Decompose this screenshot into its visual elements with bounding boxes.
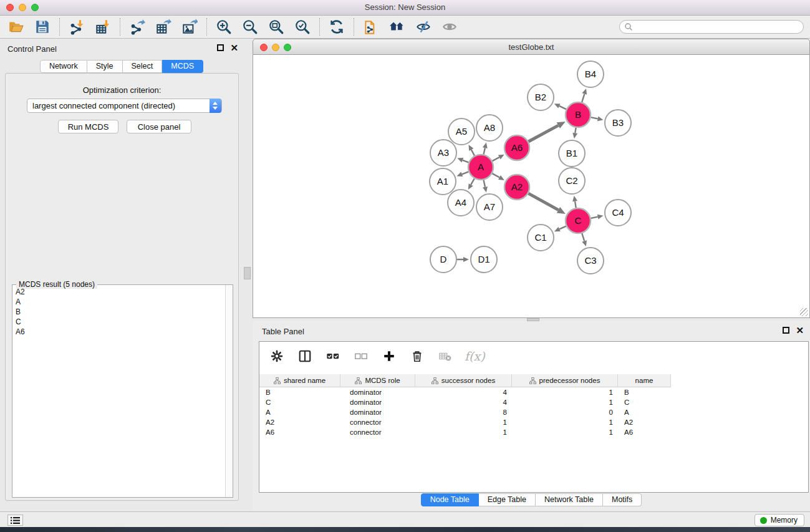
graph-node-label: B3 [612,117,624,128]
search-icon [624,22,633,34]
deselect-all-icon[interactable] [352,347,370,365]
graph-edge-B-B4[interactable] [582,94,584,102]
graph-node-label: A1 [437,176,448,186]
graph-edge-A-A8[interactable] [484,148,485,154]
table-row[interactable]: Cdominator41C [259,397,671,407]
delete-column-icon[interactable] [408,347,426,365]
show-column-panel-icon[interactable] [296,347,314,365]
tab-network-table[interactable]: Network Table [536,493,603,506]
tab-node-table[interactable]: Node Table [421,493,479,506]
graph-edge-A-A2[interactable] [492,173,499,177]
graph-edge-A-A1[interactable] [462,172,468,174]
home-icon[interactable] [388,18,406,36]
resize-grip-icon[interactable] [800,308,808,316]
graph-edge-B-B1[interactable] [575,128,576,133]
graph-edge-A-A5[interactable] [471,150,475,156]
graph-edge-C-C2[interactable] [575,201,576,208]
close-panel-icon[interactable]: ✕ [230,44,238,51]
close-table-panel-icon[interactable]: ✕ [796,327,804,334]
tab-select[interactable]: Select [123,60,163,73]
table-cell: 1 [512,427,618,437]
graph-edge-C-C3[interactable] [582,233,584,241]
table-cell: A [618,407,671,417]
select-all-icon[interactable] [324,347,342,365]
tab-style[interactable]: Style [87,60,123,73]
mcds-result-list: A2ABCA6 [13,287,224,496]
search-input[interactable] [619,20,804,34]
new-network-from-selection-icon[interactable] [362,18,380,36]
network-window-titlebar[interactable]: testGlobe.txt [253,39,810,55]
status-bar: Memory [0,511,810,527]
memory-button[interactable]: Memory [755,514,804,526]
export-network-icon[interactable] [128,18,146,36]
mcds-result-item[interactable]: A [13,297,224,307]
table-panel-title: Table Panel [262,327,304,336]
tab-motifs[interactable]: Motifs [603,493,642,506]
network-view-window: testGlobe.txt B4B2BB3A5A8A6B1A3AC2A1A2A4… [253,39,810,318]
table-cell: connector [340,427,415,437]
zoom-fit-icon[interactable] [268,18,285,36]
column-header-predecessor-nodes[interactable]: predecessor nodes [512,374,618,387]
table-cell: dominator [340,387,415,397]
graph-edge-A-A4[interactable] [471,178,475,185]
zoom-selected-icon[interactable] [294,18,311,36]
control-panel: Control Panel ✕ NetworkStyleSelectMCDS O… [0,39,243,511]
table-row[interactable]: Bdominator41B [259,387,671,397]
hide-graphics-details-icon[interactable] [415,18,432,36]
table-row[interactable]: A6connector11A6 [259,427,671,437]
tab-mcds[interactable]: MCDS [162,60,203,73]
open-session-icon[interactable] [7,18,25,36]
graph-edge-C-C1[interactable] [559,226,566,230]
tab-edge-table[interactable]: Edge Table [479,493,536,506]
add-column-icon[interactable] [380,347,398,365]
run-mcds-button[interactable]: Run MCDS [58,120,118,133]
refresh-view-icon[interactable] [328,18,345,36]
export-table-icon[interactable] [155,18,172,36]
table-cell: A [259,407,340,417]
show-graphics-details-icon[interactable] [441,18,458,36]
column-header-mcds-role[interactable]: MCDS role [340,374,415,387]
import-table-icon[interactable] [94,18,112,36]
table-row[interactable]: A2connector11A2 [259,417,671,427]
save-session-icon[interactable] [34,18,51,36]
graph-edge-A6-B[interactable] [528,125,558,142]
network-canvas[interactable]: B4B2BB3A5A8A6B1A3AC2A1A2A4A7C4CC1C3DD1 [253,55,810,318]
graph-edge-A-A6[interactable] [493,157,499,161]
table-cell: B [259,387,340,397]
zoom-in-icon[interactable] [215,18,233,36]
table-row[interactable]: Adominator80A [259,407,671,417]
graph-edge-B-B3[interactable] [591,117,598,118]
graph-edge-C-C4[interactable] [591,217,598,218]
graph-edge-A-A3[interactable] [463,160,469,163]
export-image-icon[interactable] [181,18,198,36]
graph-arrowhead [572,196,577,202]
column-header-successor-nodes[interactable]: successor nodes [415,374,512,387]
table-cell: dominator [340,407,415,417]
graph-node-label: A4 [455,197,466,208]
column-header-shared-name[interactable]: shared name [259,374,340,387]
task-history-button[interactable] [7,515,23,526]
graph-arrowhead [582,240,587,246]
graph-arrowhead [463,257,469,262]
control-panel-title: Control Panel [7,44,57,54]
mcds-result-item[interactable]: C [13,317,224,327]
table-settings-gear-icon[interactable] [268,347,286,365]
result-scrollbar[interactable] [225,285,233,497]
optimization-criterion-dropdown[interactable]: largest connected component (directed) [27,99,222,113]
graph-edge-B-B2[interactable] [559,106,566,109]
graph-edge-A2-C[interactable] [528,193,558,210]
table-cell: 1 [512,387,618,397]
mcds-result-item[interactable]: B [13,307,224,317]
graph-edge-A-A7[interactable] [483,180,485,187]
table-cell: 1 [512,397,618,407]
close-panel-button[interactable]: Close panel [127,120,191,133]
tab-network[interactable]: Network [40,60,87,73]
column-header-name[interactable]: name [618,374,671,387]
zoom-out-icon[interactable] [241,18,259,36]
mcds-result-item[interactable]: A2 [13,287,224,297]
mcds-result-item[interactable]: A6 [13,327,224,337]
float-panel-icon[interactable] [217,44,224,51]
import-network-icon[interactable] [68,18,85,36]
float-table-panel-icon[interactable] [783,327,789,334]
vertical-splitter-handle[interactable] [244,267,251,279]
